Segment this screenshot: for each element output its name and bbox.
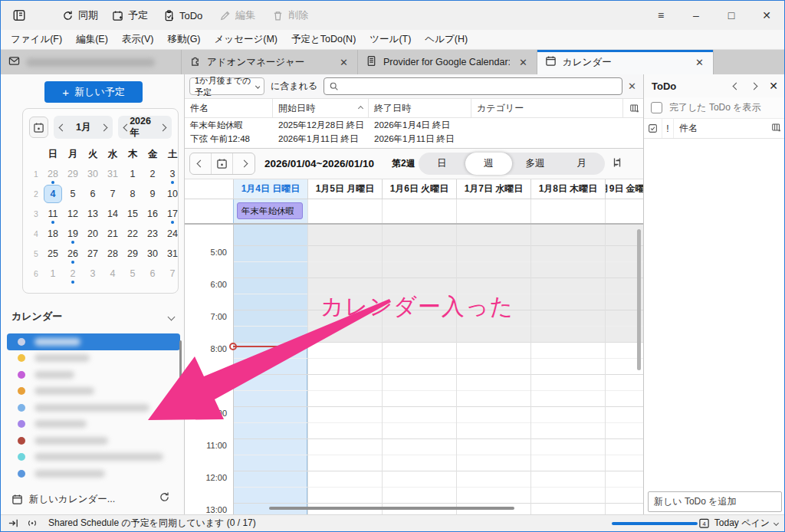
mini-calendar-day[interactable]: 2 (143, 165, 162, 183)
view-option-月[interactable]: 月 (558, 153, 605, 175)
mini-calendar-day[interactable]: 21 (103, 225, 122, 243)
view-option-週[interactable]: 週 (465, 153, 512, 175)
allday-cell[interactable] (530, 199, 605, 223)
previous-pane-icon[interactable] (733, 82, 741, 90)
close-todo-panel-icon[interactable]: ✕ (769, 80, 778, 92)
close-button[interactable]: ✕ (749, 1, 784, 30)
tab-addon-manager[interactable]: アドオンマネージャー ✕ (182, 50, 358, 74)
mini-calendar-day[interactable]: 26 (64, 245, 82, 263)
column-header-start[interactable]: 開始日時 (273, 99, 369, 118)
menu-item[interactable]: 移動(G) (160, 31, 207, 48)
calendar-list-item[interactable] (7, 350, 180, 367)
sync-button[interactable]: 同期 (62, 8, 98, 22)
new-event-toolbar-button[interactable]: 予定 (112, 8, 148, 22)
mini-calendar-day[interactable]: 29 (123, 245, 142, 263)
rotate-view-button[interactable] (611, 156, 623, 172)
mini-calendar-day[interactable]: 4 (44, 185, 62, 203)
mini-calendar-day[interactable]: 6 (84, 185, 102, 203)
mini-calendar-day[interactable]: 29 (64, 165, 82, 183)
calendar-list-item[interactable] (7, 366, 180, 383)
allday-cell[interactable] (382, 199, 456, 223)
close-filter-icon[interactable]: ✕ (628, 80, 636, 92)
go-to-today-button[interactable] (212, 153, 233, 174)
calendar-list-item[interactable] (7, 416, 180, 433)
dock-icon[interactable] (8, 517, 19, 529)
mini-calendar-day[interactable]: 18 (44, 225, 62, 243)
allday-cell[interactable] (605, 199, 643, 223)
calendar-list-item[interactable] (7, 449, 180, 466)
column-header-subject[interactable]: 件名 (185, 99, 273, 118)
prev-month-icon[interactable] (59, 123, 67, 131)
mini-calendar-day[interactable]: 20 (84, 225, 102, 243)
tab-provider-search[interactable]: Provider for Google Calendar:: 検索 ✕ (358, 50, 537, 74)
mini-calendar-day[interactable]: 7 (163, 264, 182, 283)
day-column-header[interactable]: 1月6日 火曜日 (382, 179, 456, 199)
today-pane-toggle[interactable]: 4 Today ペイン (698, 515, 778, 531)
menu-item[interactable]: 表示(V) (115, 31, 161, 48)
day-column-header[interactable]: 1月5日 月曜日 (307, 179, 382, 199)
mini-calendar-day[interactable]: 10 (163, 185, 182, 203)
day-column-header[interactable]: 1月7日 水曜日 (456, 179, 530, 199)
mini-calendar-day[interactable]: 7 (103, 185, 122, 203)
menu-item[interactable]: メッセージ(M) (208, 31, 284, 48)
broadcast-icon[interactable] (26, 517, 38, 529)
column-picker-icon[interactable] (771, 122, 782, 135)
calendar-list-item[interactable] (7, 333, 180, 350)
calendar-list-item[interactable] (7, 432, 180, 449)
day-column-header[interactable]: 1月8日 木曜日 (530, 179, 605, 199)
calendars-section-header[interactable]: カレンダー (11, 310, 174, 323)
new-todo-input[interactable]: 新しい ToDo を追加 (648, 491, 782, 512)
mini-calendar-day[interactable]: 13 (84, 205, 102, 223)
calendar-list-item[interactable] (7, 465, 180, 482)
menu-item[interactable]: 編集(E) (69, 31, 115, 48)
tab-close-icon[interactable]: ✕ (338, 57, 350, 68)
week-time-grid[interactable]: 5:006:007:008:009:0010:0011:0012:0013:00 (185, 225, 643, 516)
mini-calendar-day[interactable]: 1 (44, 264, 62, 283)
calendar-list-item[interactable] (7, 383, 180, 400)
menu-item[interactable]: 予定とToDo(N) (284, 31, 363, 48)
mini-calendar-day[interactable]: 2 (64, 264, 82, 283)
mini-calendar-day[interactable]: 24 (163, 225, 182, 243)
next-month-icon[interactable] (100, 123, 108, 131)
mini-calendar-day[interactable]: 4 (103, 264, 122, 283)
mini-calendar-day[interactable]: 17 (163, 205, 182, 223)
view-option-日[interactable]: 日 (419, 153, 465, 175)
mini-calendar-day[interactable]: 30 (143, 245, 162, 263)
menu-item[interactable]: ファイル(F) (4, 31, 69, 48)
column-picker-icon[interactable] (629, 103, 640, 116)
day-column-header[interactable]: 1月4日 日曜日 (233, 179, 307, 199)
allday-cell[interactable]: 年末年始休暇 (233, 199, 307, 223)
mini-calendar-day[interactable]: 28 (103, 245, 122, 263)
mini-calendar-day[interactable]: 31 (163, 245, 182, 263)
tab-mail[interactable] (1, 50, 182, 74)
show-completed-checkbox[interactable] (651, 102, 662, 113)
mini-calendar-day[interactable]: 15 (123, 205, 142, 223)
mini-calendar-day[interactable]: 31 (103, 165, 122, 183)
mini-calendar-day[interactable]: 6 (143, 264, 162, 283)
event-search-input[interactable] (324, 77, 622, 95)
mini-calendar-day[interactable]: 11 (44, 205, 62, 223)
mini-calendar-day[interactable]: 8 (123, 185, 142, 203)
vertical-scrollbar[interactable] (637, 229, 641, 370)
next-pane-icon[interactable] (751, 82, 758, 90)
menu-item[interactable]: ヘルプ(H) (418, 31, 475, 48)
refresh-calendars-button[interactable] (159, 491, 170, 506)
mini-calendar-day[interactable]: 5 (123, 264, 142, 283)
mini-calendar-day[interactable]: 9 (143, 185, 162, 203)
event-list-row[interactable]: 年末年始休暇2025年12月28日 終日2026年1月4日 終日 (185, 118, 643, 132)
spaces-toolbar-icon[interactable] (8, 5, 30, 26)
mini-calendar-day[interactable]: 1 (123, 165, 142, 183)
next-week-button[interactable] (233, 153, 255, 174)
mini-calendar-day[interactable]: 3 (84, 264, 102, 283)
today-button[interactable] (29, 117, 48, 138)
mini-calendar-day[interactable]: 27 (84, 245, 102, 263)
previous-week-button[interactable] (190, 153, 212, 174)
mini-calendar-day[interactable]: 23 (143, 225, 162, 243)
mini-calendar-day[interactable]: 28 (44, 165, 62, 183)
allday-cell[interactable] (456, 199, 530, 223)
event-range-select[interactable]: 1か月後までの予定 (189, 77, 264, 95)
mini-calendar-day[interactable]: 3 (163, 165, 182, 183)
tab-calendar[interactable]: カレンダー ✕ (537, 50, 714, 74)
subject-column-header[interactable]: 件名 (674, 122, 771, 135)
calendar-list-scrollbar[interactable] (179, 340, 182, 417)
